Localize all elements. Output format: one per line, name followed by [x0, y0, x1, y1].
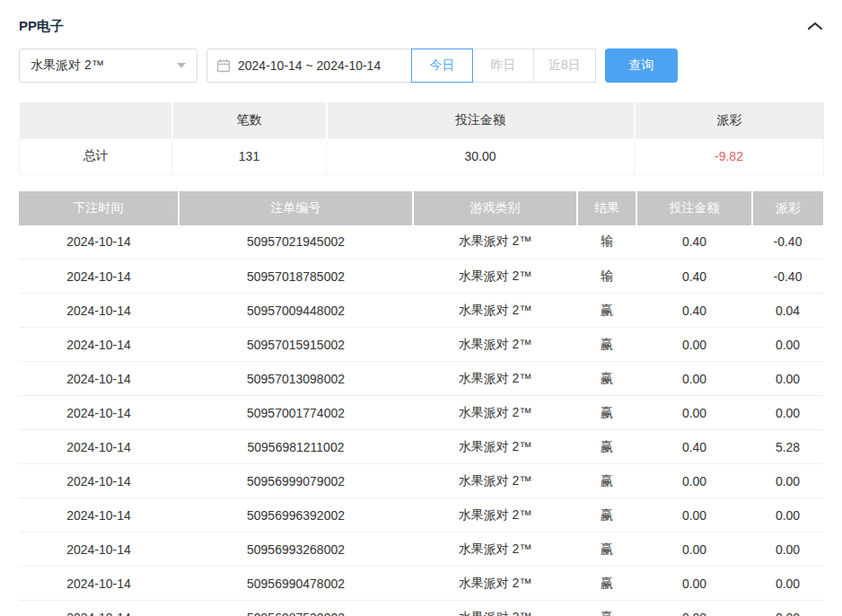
search-button[interactable]: 查询 [605, 48, 678, 83]
table-row: 2024-10-1450956996392002水果派对 2™赢0.000.00 [19, 498, 823, 532]
cell-result: 赢 [577, 396, 636, 430]
cell-bet-amount: 0.00 [636, 498, 752, 532]
cell-payout: 0.00 [752, 396, 823, 430]
summary-table: 笔数 投注金额 派彩 总计 131 30.00 -9.82 [19, 102, 824, 175]
cell-order-id: 50956993268002 [179, 532, 413, 567]
cell-order-id: 50957013098002 [179, 362, 413, 396]
table-row: 2024-10-1450957013098002水果派对 2™赢0.000.00 [19, 362, 823, 396]
header-payout: 派彩 [752, 191, 823, 225]
cell-bet-amount: 0.00 [636, 532, 752, 567]
cell-result: 输 [577, 260, 636, 294]
cell-order-id: 50956987530002 [179, 601, 413, 616]
cell-payout: 0.00 [752, 464, 823, 498]
summary-total-bet-amount: 30.00 [327, 138, 635, 174]
cell-bet-time: 2024-10-14 [19, 464, 179, 498]
cell-order-id: 50957009448002 [179, 294, 413, 328]
cell-bet-time: 2024-10-14 [19, 396, 179, 430]
cell-result: 赢 [577, 567, 636, 601]
header-order-id: 注单编号 [179, 191, 413, 225]
cell-game-type: 水果派对 2™ [413, 601, 577, 616]
cell-bet-time: 2024-10-14 [19, 601, 179, 616]
cell-result: 赢 [577, 362, 636, 396]
cell-result: 赢 [577, 328, 636, 362]
summary-header-row: 笔数 投注金额 派彩 [20, 102, 824, 138]
cell-bet-amount: 0.00 [636, 464, 752, 498]
cell-bet-amount: 0.00 [636, 396, 752, 430]
cell-payout: -0.40 [752, 260, 823, 294]
table-row: 2024-10-1450957018785002水果派对 2™输0.40-0.4… [19, 260, 823, 294]
quick-range-button-1[interactable]: 昨日 [472, 48, 534, 83]
cell-result: 赢 [577, 430, 636, 464]
cell-payout: 0.00 [752, 601, 823, 616]
panel-header: PP电子 [19, 14, 823, 38]
cell-result: 赢 [577, 498, 636, 532]
summary-total-payout: -9.82 [635, 138, 824, 174]
cell-game-type: 水果派对 2™ [413, 430, 577, 464]
table-row: 2024-10-1450957021945002水果派对 2™输0.40-0.4… [19, 225, 823, 260]
summary-header-blank [20, 102, 172, 138]
cell-bet-amount: 0.00 [636, 328, 752, 362]
cell-payout: 0.00 [752, 362, 823, 396]
header-bet-time: 下注时间 [19, 191, 179, 225]
cell-bet-time: 2024-10-14 [19, 430, 179, 464]
header-game-type: 游戏类别 [413, 191, 577, 225]
summary-header-bet-amount: 投注金额 [327, 102, 635, 138]
cell-payout: -0.40 [752, 225, 823, 260]
quick-range-button-0[interactable]: 今日 [411, 48, 473, 83]
table-row: 2024-10-1450956990478002水果派对 2™赢0.000.00 [19, 567, 823, 601]
header-bet-amount: 投注金额 [636, 191, 752, 225]
cell-order-id: 50957018785002 [179, 260, 413, 294]
cell-bet-time: 2024-10-14 [19, 498, 179, 532]
cell-bet-time: 2024-10-14 [19, 260, 179, 294]
panel-title: PP电子 [19, 18, 64, 35]
cell-game-type: 水果派对 2™ [413, 567, 577, 601]
cell-game-type: 水果派对 2™ [413, 328, 577, 362]
cell-game-type: 水果派对 2™ [413, 498, 577, 532]
date-range-value: 2024-10-14 ~ 2024-10-14 [238, 58, 381, 73]
table-row: 2024-10-1450957001774002水果派对 2™赢0.000.00 [19, 396, 823, 430]
cell-game-type: 水果派对 2™ [413, 532, 577, 567]
cell-bet-amount: 0.40 [636, 225, 752, 260]
cell-bet-amount: 0.00 [636, 362, 752, 396]
cell-game-type: 水果派对 2™ [413, 294, 577, 328]
cell-result: 赢 [577, 294, 636, 328]
cell-order-id: 50957015915002 [179, 328, 413, 362]
cell-bet-amount: 0.40 [636, 430, 752, 464]
table-row: 2024-10-1450957009448002水果派对 2™赢0.400.04 [19, 294, 823, 328]
cell-bet-time: 2024-10-14 [19, 294, 179, 328]
cell-bet-amount: 0.00 [636, 567, 752, 601]
bet-records-table: 下注时间 注单编号 游戏类别 结果 投注金额 派彩 2024-10-145095… [19, 191, 823, 616]
cell-result: 输 [577, 225, 636, 260]
cell-bet-time: 2024-10-14 [19, 567, 179, 601]
game-select[interactable]: 水果派对 2™ [19, 48, 197, 83]
cell-bet-time: 2024-10-14 [19, 532, 179, 567]
table-row: 2024-10-1450956981211002水果派对 2™赢0.405.28 [19, 430, 823, 464]
table-row: 2024-10-1450956999079002水果派对 2™赢0.000.00 [19, 464, 823, 498]
quick-range-group: 今日昨日近8日 [412, 48, 596, 83]
cell-game-type: 水果派对 2™ [413, 396, 577, 430]
cell-bet-amount: 0.40 [636, 260, 752, 294]
cell-payout: 0.00 [752, 567, 823, 601]
summary-header-count: 笔数 [172, 102, 327, 138]
cell-order-id: 50956981211002 [179, 430, 413, 464]
date-range-input[interactable]: 2024-10-14 ~ 2024-10-14 [206, 48, 412, 83]
table-row: 2024-10-1450956993268002水果派对 2™赢0.000.00 [19, 532, 823, 567]
cell-game-type: 水果派对 2™ [413, 260, 577, 294]
summary-header-payout: 派彩 [635, 102, 824, 138]
cell-payout: 0.04 [752, 294, 823, 328]
cell-bet-amount: 0.00 [636, 601, 752, 616]
summary-total-label: 总计 [20, 138, 172, 174]
cell-order-id: 50956999079002 [179, 464, 413, 498]
cell-payout: 0.00 [752, 328, 823, 362]
cell-game-type: 水果派对 2™ [413, 225, 577, 260]
quick-range-button-2[interactable]: 近8日 [533, 48, 596, 83]
chevron-up-icon[interactable] [807, 21, 823, 31]
cell-game-type: 水果派对 2™ [413, 464, 577, 498]
cell-payout: 0.00 [752, 498, 823, 532]
cell-result: 赢 [577, 601, 636, 616]
cell-result: 赢 [577, 464, 636, 498]
chevron-down-icon [177, 63, 186, 68]
cell-order-id: 50957021945002 [179, 225, 413, 260]
cell-payout: 5.28 [752, 430, 823, 464]
summary-total-row: 总计 131 30.00 -9.82 [20, 138, 824, 174]
